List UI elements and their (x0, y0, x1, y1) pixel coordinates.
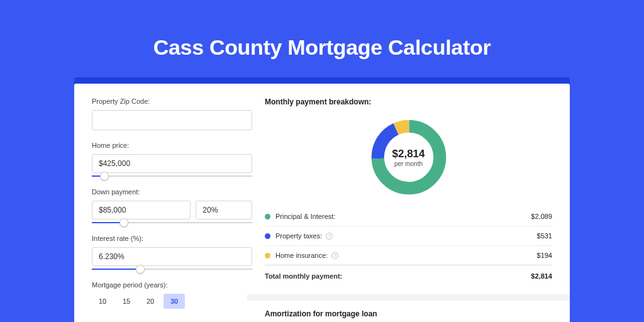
mortgage-period-field-group: Mortgage period (years): 10152030 (92, 281, 252, 309)
page-root: Cass County Mortgage Calculator Property… (0, 0, 644, 322)
form-column: Property Zip Code: Home price: Down paym… (92, 97, 252, 322)
interest-rate-slider-knob[interactable] (136, 265, 145, 274)
down-payment-slider-knob[interactable] (119, 218, 128, 227)
mortgage-period-option[interactable]: 30 (164, 294, 185, 309)
zip-label: Property Zip Code: (92, 97, 252, 105)
page-title: Cass County Mortgage Calculator (153, 35, 491, 60)
donut-subtitle: per month (394, 160, 423, 167)
breakdown-row-value: $2,089 (531, 213, 552, 220)
donut-center: $2,814 per month (368, 116, 450, 198)
breakdown-row-label: Home insurance:? (265, 252, 338, 259)
breakdown-row: Property taxes:?$531 (265, 226, 552, 245)
down-payment-slider[interactable] (92, 222, 252, 223)
down-payment-amount-input[interactable] (92, 201, 191, 219)
down-payment-percent-input[interactable] (196, 201, 252, 219)
help-icon[interactable]: ? (331, 252, 338, 259)
breakdown-row-value: $194 (537, 252, 552, 259)
breakdown-row-label: Property taxes:? (265, 232, 333, 240)
legend-dot (265, 253, 270, 258)
down-payment-field-group: Down payment: (92, 188, 252, 223)
breakdown-row-label: Principal & Interest: (265, 213, 335, 220)
help-icon[interactable]: ? (326, 233, 333, 240)
zip-field-group: Property Zip Code: (92, 97, 252, 130)
legend-dot (265, 214, 270, 219)
breakdown-list: Principal & Interest:$2,089Property taxe… (265, 207, 552, 265)
home-price-field-group: Home price: (92, 142, 252, 177)
breakdown-total-row: Total monthly payment: $2,814 (265, 265, 552, 286)
mortgage-period-options: 10152030 (92, 294, 252, 309)
legend-dot (265, 233, 270, 239)
interest-rate-field-group: Interest rate (%): (92, 235, 252, 270)
home-price-slider[interactable] (92, 175, 252, 177)
interest-rate-input[interactable] (92, 247, 252, 266)
amortization-section: Amortization for mortgage loan Amortizat… (247, 294, 570, 322)
breakdown-title: Monthly payment breakdown: (265, 97, 552, 106)
calculator-card: Property Zip Code: Home price: Down paym… (74, 84, 570, 322)
breakdown-column: Monthly payment breakdown: $2,814 per mo… (265, 97, 552, 322)
breakdown-row: Principal & Interest:$2,089 (265, 207, 552, 226)
calculator-stage: Property Zip Code: Home price: Down paym… (74, 77, 570, 322)
amortization-title: Amortization for mortgage loan (265, 309, 552, 318)
mortgage-period-option[interactable]: 20 (140, 294, 161, 309)
breakdown-total-label: Total monthly payment: (265, 272, 342, 280)
home-price-input[interactable] (92, 154, 252, 173)
home-price-label: Home price: (92, 142, 252, 149)
interest-rate-slider-fill (92, 269, 140, 270)
donut-chart-wrap: $2,814 per month (265, 113, 552, 207)
donut-chart: $2,814 per month (368, 116, 450, 198)
breakdown-row-value: $531 (537, 232, 552, 240)
breakdown-total-value: $2,814 (531, 272, 552, 280)
zip-input[interactable] (92, 110, 252, 130)
home-price-slider-knob[interactable] (100, 172, 109, 180)
interest-rate-label: Interest rate (%): (92, 235, 252, 242)
breakdown-row: Home insurance:?$194 (265, 245, 552, 265)
donut-amount: $2,814 (392, 148, 425, 160)
mortgage-period-option[interactable]: 10 (92, 294, 113, 309)
interest-rate-slider[interactable] (92, 269, 252, 270)
mortgage-period-option[interactable]: 15 (116, 294, 137, 309)
down-payment-label: Down payment: (92, 188, 252, 196)
mortgage-period-label: Mortgage period (years): (92, 281, 252, 289)
